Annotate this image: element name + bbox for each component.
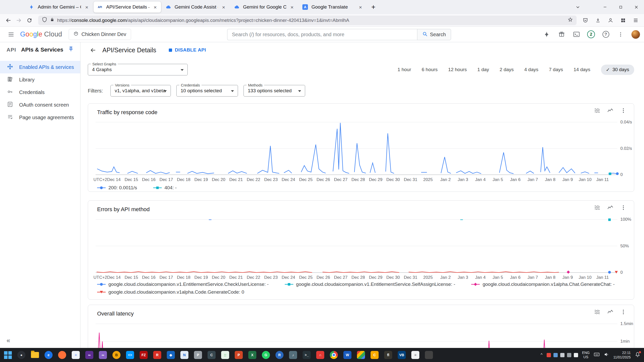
tab-close-icon[interactable]: × xyxy=(152,4,158,10)
sidebar-item-library[interactable]: Library xyxy=(0,73,80,86)
taskbar-app-app-hive[interactable]: B xyxy=(111,349,122,361)
tray-app-icon[interactable] xyxy=(574,353,578,357)
list-all-tabs-icon[interactable] xyxy=(570,0,586,14)
bookmark-star-icon[interactable] xyxy=(568,17,573,24)
taskbar-app-edge[interactable]: e xyxy=(43,349,54,361)
time-range-2-days[interactable]: 2 days xyxy=(500,67,514,72)
gift-icon[interactable] xyxy=(557,30,566,38)
taskbar-app-photos[interactable] xyxy=(355,349,367,361)
tray-app-icon[interactable] xyxy=(567,353,571,357)
time-range-1-hour[interactable]: 1 hour xyxy=(397,67,411,72)
taskbar-app-audio[interactable]: ∩ xyxy=(314,349,326,361)
legend-item[interactable]: 404: - xyxy=(153,185,177,191)
save-to-pocket-icon[interactable] xyxy=(580,15,591,25)
filter-methods-dropdown[interactable]: Methods133 options selected xyxy=(244,85,305,97)
disable-api-button[interactable]: DISABLE API xyxy=(169,47,206,53)
chart-options-icon[interactable] xyxy=(594,205,600,212)
sidebar-item-enabled-apis-services[interactable]: Enabled APIs & services xyxy=(0,61,80,73)
taskbar-app-app-dark-2[interactable] xyxy=(423,349,435,361)
menu-icon[interactable] xyxy=(630,15,641,25)
taskbar-app-word[interactable]: W xyxy=(342,349,353,361)
taskbar-app-file-explorer[interactable] xyxy=(29,349,41,361)
taskbar-app-media[interactable]: ♪ xyxy=(287,349,299,361)
legend-item[interactable]: google.cloud.cloudaicompanion.v1.Entitle… xyxy=(285,282,455,287)
chart-plot[interactable]: 0.04/s0.02/s0 xyxy=(96,122,617,175)
chart-options-icon[interactable] xyxy=(594,309,600,316)
back-icon[interactable] xyxy=(3,15,14,25)
filter-versions-dropdown[interactable]: Versionsv1, v1alpha, and v1beta xyxy=(110,85,171,97)
touch-keyboard-icon[interactable] xyxy=(594,351,600,358)
downloads-icon[interactable] xyxy=(593,15,603,25)
pin-icon[interactable] xyxy=(68,46,74,53)
taskbar-app-contacts[interactable]: C xyxy=(369,349,380,361)
browser-tab[interactable]: Admin for Gemini – Chicken Di× xyxy=(25,2,93,13)
new-tab-button[interactable]: + xyxy=(369,3,378,11)
time-range-7-days[interactable]: 7 days xyxy=(549,67,563,72)
project-picker[interactable]: Chicken Dinner Dev xyxy=(69,29,131,40)
taskbar-app-app-fl[interactable]: fl xyxy=(382,349,394,361)
forward-icon[interactable] xyxy=(14,15,24,25)
clock[interactable]: 22:1111/01/2025 xyxy=(613,350,631,359)
legend-item[interactable]: google.cloud.cloudaicompanion.v1alpha.Co… xyxy=(97,289,244,295)
tab-close-icon[interactable]: × xyxy=(221,4,226,10)
taskbar-app-visual-studio-2[interactable]: ∞ xyxy=(97,349,109,361)
sidebar-item-credentials[interactable]: Credentials xyxy=(0,86,80,99)
time-range-6-hours[interactable]: 6 hours xyxy=(422,67,437,72)
account-icon[interactable] xyxy=(605,15,616,25)
extensions-icon[interactable] xyxy=(618,15,628,25)
taskbar-app-vscode[interactable]: <> xyxy=(124,349,136,361)
taskbar-app-terminal[interactable]: >_ xyxy=(301,349,312,361)
tab-close-icon[interactable]: × xyxy=(84,4,90,10)
more-vert-icon[interactable] xyxy=(620,309,626,316)
select-graphs-dropdown[interactable]: Select Graphs 4 Graphs xyxy=(88,64,188,75)
browser-tab[interactable]: Gemini Code Assist overview |× xyxy=(162,2,229,13)
taskbar-app-remote[interactable]: :: xyxy=(219,349,231,361)
time-range-14-days[interactable]: 14 days xyxy=(574,67,590,72)
reload-icon[interactable] xyxy=(24,15,35,25)
tray-app-icon[interactable] xyxy=(547,353,551,357)
sidebar-item-oauth-consent-screen[interactable]: OAuth consent screen xyxy=(0,99,80,111)
search-button[interactable]: Search xyxy=(417,29,451,40)
taskbar-app-filezilla[interactable]: FZ xyxy=(138,349,149,361)
taskbar-app-search[interactable]: ● xyxy=(16,349,27,361)
taskbar-app-defender[interactable]: ◆ xyxy=(165,349,177,361)
chart-options-icon[interactable] xyxy=(594,108,600,115)
legend-item[interactable]: 200: 0.0011/s xyxy=(97,185,137,191)
tray-app-icon[interactable] xyxy=(553,353,558,357)
taskbar-app-chrome[interactable] xyxy=(328,349,340,361)
browser-tab[interactable]: AGoogle Translate× xyxy=(299,2,366,13)
navigation-menu-icon[interactable] xyxy=(6,29,17,40)
chart-plot[interactable]: 1.5min1min xyxy=(96,324,617,348)
tab-close-icon[interactable]: × xyxy=(358,4,363,10)
cloud-shell-icon[interactable] xyxy=(572,30,580,38)
gemini-icon[interactable] xyxy=(543,30,551,38)
taskbar-app-doc[interactable]: ≡ xyxy=(410,349,421,361)
taskbar-app-visual-studio[interactable]: ∞ xyxy=(84,349,95,361)
tab-close-icon[interactable]: × xyxy=(289,4,295,10)
metrics-explorer-icon[interactable] xyxy=(607,108,613,115)
search-input[interactable] xyxy=(227,29,417,40)
tray-expand-icon[interactable]: ^ xyxy=(541,353,543,357)
notifications-icon[interactable] xyxy=(635,352,640,358)
chart-plot[interactable]: 100%50%0 xyxy=(96,219,617,273)
taskbar-app-rstudio[interactable]: R xyxy=(274,349,285,361)
close-button[interactable] xyxy=(628,0,644,14)
tray-app-icon[interactable] xyxy=(560,353,565,357)
taskbar-app-app-green[interactable]: G xyxy=(260,349,272,361)
filter-credentials-dropdown[interactable]: Credentials10 options selected xyxy=(176,85,238,97)
start-button[interactable] xyxy=(2,349,14,361)
language-indicator[interactable]: ENGUS xyxy=(582,351,590,359)
help-icon[interactable]: ? xyxy=(602,30,610,38)
volume-icon[interactable] xyxy=(604,352,609,358)
taskbar-app-app-dark[interactable]: C xyxy=(206,349,217,361)
legend-item[interactable]: google.cloud.cloudaicompanion.v1.Entitle… xyxy=(97,282,269,287)
metrics-explorer-icon[interactable] xyxy=(607,309,613,316)
more-vert-icon[interactable] xyxy=(620,205,626,212)
avatar[interactable] xyxy=(631,30,640,39)
taskbar-app-vbnet[interactable]: VB xyxy=(396,349,408,361)
lock-icon[interactable] xyxy=(50,17,55,23)
url-bar[interactable]: https://console.cloud.google.com/apis/ap… xyxy=(38,16,577,25)
time-range-1-day[interactable]: 1 day xyxy=(477,67,489,72)
collapse-sidebar-icon[interactable]: « xyxy=(7,337,10,344)
taskbar-app-powerpoint[interactable]: P xyxy=(233,349,245,361)
